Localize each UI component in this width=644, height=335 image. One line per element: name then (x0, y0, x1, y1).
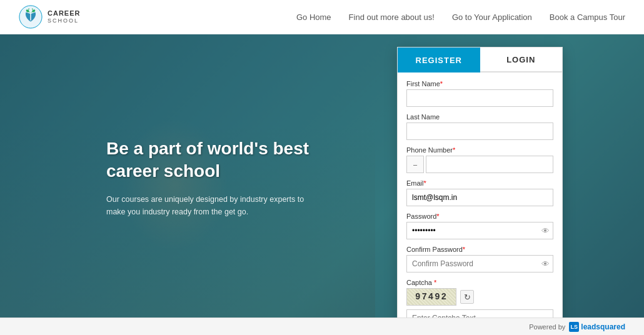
logo: CAREERSCHOOL (19, 5, 80, 29)
hero-subtext: Our courses are uniquely designed by ind… (106, 193, 319, 218)
nav-goto-app[interactable]: Go to Your Application (452, 12, 532, 22)
password-eye-icon[interactable]: 👁 (541, 226, 550, 236)
field-email: Email* (406, 179, 553, 206)
nav-go-home[interactable]: Go Home (296, 12, 331, 22)
confirm-password-eye-icon[interactable]: 👁 (541, 259, 550, 269)
hero-headline: Be a part of world's best career school (106, 138, 319, 183)
nav-book-tour[interactable]: Book a Campus Tour (550, 12, 625, 22)
nav: Go Home Find out more about us! Go to Yo… (296, 12, 625, 22)
header: CAREERSCHOOL Go Home Find out more about… (0, 0, 644, 34)
password-label: Password* (406, 212, 553, 220)
powered-by-text: Powered by (529, 323, 565, 331)
confirm-password-label: Confirm Password* (406, 246, 553, 253)
field-phone: Phone Number* – (406, 146, 553, 173)
phone-wrapper: – (406, 156, 553, 173)
field-first-name: First Name* (406, 80, 553, 107)
captcha-label: Captcha * (406, 279, 553, 286)
confirm-password-wrapper: 👁 (406, 255, 553, 272)
first-name-input[interactable] (406, 89, 553, 107)
leadsquared-name: leadsquared (581, 322, 625, 331)
register-form-card: REGISTER LOGIN First Name* Last Name Pho… (397, 47, 563, 335)
captcha-image: 97492 (406, 288, 456, 306)
hero-text: Be a part of world's best career school … (106, 138, 319, 218)
field-last-name: Last Name (406, 113, 553, 140)
tab-login[interactable]: LOGIN (480, 48, 563, 72)
email-input[interactable] (406, 189, 553, 206)
confirm-password-input[interactable] (406, 255, 553, 272)
leadsquared-logo: LS leadsquared (569, 322, 625, 332)
logo-text: CAREERSCHOOL (48, 9, 80, 24)
leadsquared-icon: LS (569, 322, 579, 332)
footer: Powered by LS leadsquared (0, 318, 644, 335)
form-tabs: REGISTER LOGIN (398, 48, 562, 72)
nav-find-out[interactable]: Find out more about us! (349, 12, 435, 22)
tab-register[interactable]: REGISTER (398, 48, 480, 72)
phone-label: Phone Number* (406, 146, 553, 154)
last-name-label: Last Name (406, 113, 553, 121)
email-label: Email* (406, 179, 553, 187)
field-password: Password* 👁 (406, 212, 553, 239)
captcha-row: 97492 ↻ (406, 288, 553, 306)
password-input[interactable] (406, 222, 553, 239)
phone-prefix: – (406, 156, 424, 173)
captcha-refresh-button[interactable]: ↻ (460, 290, 474, 304)
form-body: First Name* Last Name Phone Number* – (398, 72, 562, 335)
logo-icon (19, 5, 43, 29)
last-name-input[interactable] (406, 122, 553, 140)
phone-input[interactable] (426, 156, 553, 173)
first-name-label: First Name* (406, 80, 553, 88)
field-confirm-password: Confirm Password* 👁 (406, 246, 553, 272)
hero-section: Be a part of world's best career school … (0, 34, 644, 335)
password-wrapper: 👁 (406, 222, 553, 239)
